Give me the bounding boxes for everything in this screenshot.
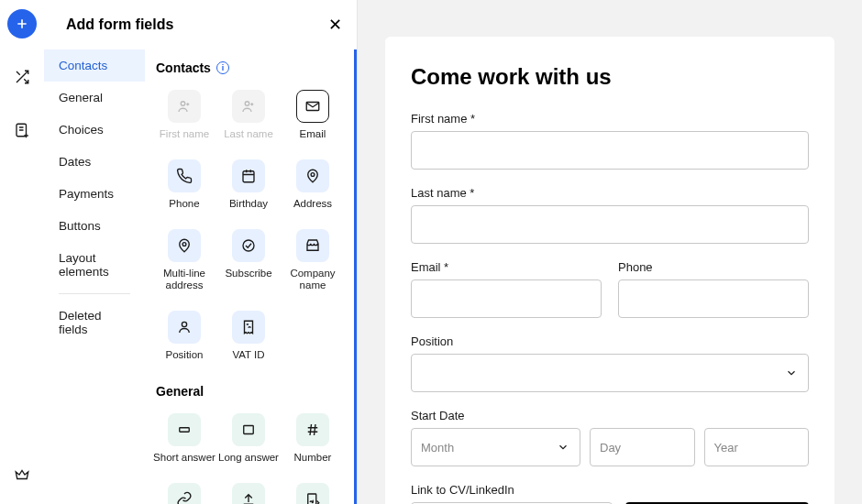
check-circle-icon [232,229,265,262]
svg-point-2 [245,102,249,106]
label-position: Position [411,334,809,348]
hash-icon [296,413,329,446]
field-position[interactable]: Position [152,305,216,371]
category-general[interactable]: General [44,82,145,114]
envelope-icon [296,90,329,123]
input-day[interactable] [590,428,695,466]
input-year[interactable] [704,428,810,466]
short-text-icon [168,413,201,446]
receipt-icon [232,311,265,344]
input-phone[interactable] [618,279,809,318]
fields-panel: Add form fields ✕ Contacts General Choic… [44,0,358,504]
svg-point-8 [182,323,186,327]
info-icon[interactable]: i [216,61,229,74]
person-plus-icon [168,90,201,123]
crown-icon[interactable] [7,460,37,489]
input-email[interactable] [411,279,602,318]
signature-icon [296,483,329,504]
field-birthday[interactable]: Birthday [216,154,281,220]
category-list: Contacts General Choices Dates Payments … [44,49,145,504]
pin-icon [168,229,201,262]
category-choices[interactable]: Choices [44,114,145,146]
field-link[interactable]: Link [152,477,216,504]
form-preview: Come work with us First name * Last name… [358,0,862,504]
field-email[interactable]: Email [281,84,345,150]
field-vat[interactable]: VAT ID [216,305,281,371]
fields-scroll[interactable]: Contacts i First name Last name Email [145,49,357,504]
field-long-answer[interactable]: Long answer [216,408,281,474]
field-file-upload[interactable]: File upload [216,477,281,504]
person-icon [168,311,201,344]
panel-title: Add form fields [66,16,173,33]
input-first-name[interactable] [411,131,809,170]
field-multiline-address[interactable]: Multi-line address [152,224,216,302]
field-first-name[interactable]: First name [152,84,216,150]
label-last-name: Last name * [411,186,809,200]
select-position[interactable] [411,354,809,392]
svg-point-7 [243,240,254,251]
section-heading-general: General [156,384,204,399]
form-icon[interactable] [7,115,37,145]
storefront-icon [296,229,329,262]
field-number[interactable]: Number [281,408,345,474]
person-plus-icon [232,90,265,123]
field-company[interactable]: Company name [281,224,345,302]
link-icon [168,483,201,504]
field-signature[interactable]: Signature [281,477,345,504]
field-short-answer[interactable]: Short answer [152,408,216,474]
shuffle-icon[interactable] [7,62,37,92]
left-rail [0,0,44,504]
field-phone[interactable]: Phone [152,154,216,220]
field-subscribe[interactable]: Subscribe [216,224,281,302]
label-link: Link to CV/LinkedIn [411,483,613,497]
input-last-name[interactable] [411,205,809,244]
svg-rect-10 [244,425,254,433]
select-month[interactable] [411,428,580,466]
label-first-name: First name * [411,112,809,126]
svg-rect-4 [243,171,254,182]
pin-icon [296,159,329,192]
category-dates[interactable]: Dates [44,146,145,178]
close-icon[interactable]: ✕ [328,15,342,35]
field-address[interactable]: Address [281,154,345,220]
category-payments[interactable]: Payments [44,178,145,210]
label-start-date: Start Date [411,409,809,422]
form-title: Come work with us [411,64,809,90]
svg-rect-9 [180,428,190,433]
phone-icon [168,159,201,192]
category-deleted[interactable]: Deleted fields [44,300,145,345]
svg-point-5 [311,172,315,176]
category-contacts[interactable]: Contacts [44,49,145,82]
label-email: Email * [411,260,602,274]
section-heading-contacts: Contacts [156,60,211,75]
category-layout[interactable]: Layout elements [44,242,145,288]
calendar-icon [232,159,265,192]
long-text-icon [232,413,265,446]
svg-point-6 [182,242,186,246]
field-last-name[interactable]: Last name [216,84,281,150]
category-buttons[interactable]: Buttons [44,210,145,242]
label-phone: Phone [618,260,809,274]
svg-point-1 [181,102,185,106]
upload-icon [232,483,265,504]
add-button[interactable] [7,9,37,38]
